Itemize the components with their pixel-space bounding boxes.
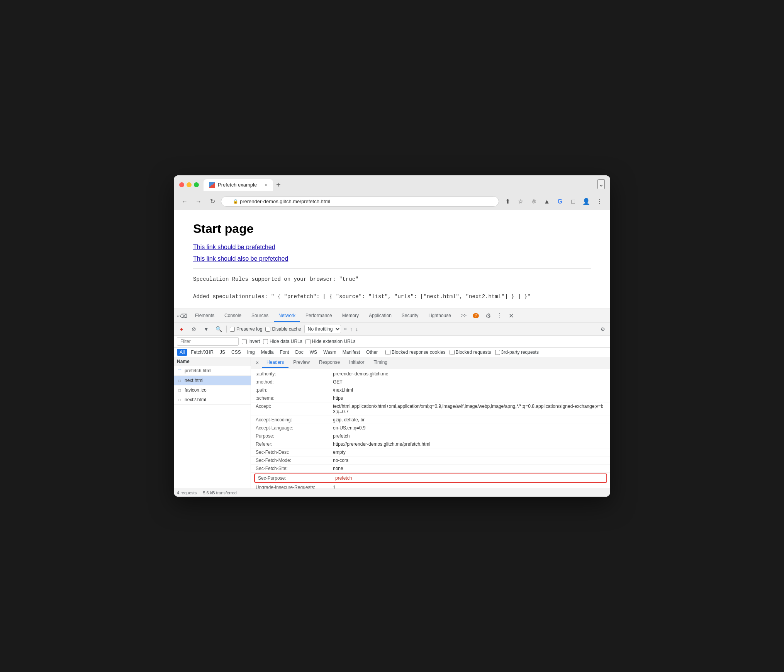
tab-response[interactable]: Response — [314, 357, 344, 368]
type-ws[interactable]: WS — [307, 349, 320, 356]
extensions-icon[interactable]: ⚛ — [528, 196, 539, 207]
prefetch-link-1[interactable]: This link should be prefetched — [193, 244, 591, 251]
header-value-sec-fetch-mode: no-cors — [333, 458, 606, 463]
header-name-sec-purpose: Sec-Purpose: — [258, 475, 335, 481]
header-value-accept-encoding: gzip, deflate, br — [333, 417, 606, 423]
header-path: :path: /next.html — [251, 386, 610, 394]
filter-toggle-button[interactable]: ▼ — [202, 324, 211, 334]
tab-more[interactable]: >> — [456, 310, 471, 322]
clear-button[interactable]: ⊘ — [189, 324, 199, 334]
bookmark-icon[interactable]: ☆ — [515, 196, 526, 207]
type-all[interactable]: All — [177, 349, 187, 356]
type-media[interactable]: Media — [258, 349, 277, 356]
close-button[interactable] — [179, 182, 184, 187]
third-party-label[interactable]: 3rd-party requests — [495, 350, 539, 355]
type-font[interactable]: Font — [277, 349, 292, 356]
tab-headers[interactable]: Headers — [262, 357, 288, 368]
preserve-log-checkbox[interactable] — [230, 327, 235, 332]
reload-button[interactable]: ↻ — [207, 196, 218, 207]
devtools-settings-button[interactable]: ⚙ — [483, 311, 494, 321]
request-item-favicon[interactable]: □ favicon.ico — [174, 385, 251, 395]
throttle-select[interactable]: No throttling — [304, 325, 341, 333]
devtools-inspect-icon[interactable]: ◦ — [177, 313, 179, 319]
type-js[interactable]: JS — [217, 349, 228, 356]
request-list-header: Name — [174, 357, 251, 366]
devtools-device-icon[interactable]: ⌫ — [180, 313, 187, 319]
headers-close-button[interactable]: × — [253, 358, 262, 367]
blocked-cookies-checkbox[interactable] — [385, 350, 390, 355]
tab-application[interactable]: Application — [364, 310, 396, 322]
type-fetch-xhr[interactable]: Fetch/XHR — [188, 349, 216, 356]
devtools-more-button[interactable]: ⋮ — [494, 311, 505, 321]
minimize-button[interactable] — [187, 182, 192, 187]
forward-button[interactable]: → — [193, 196, 204, 207]
tab-sources[interactable]: Sources — [247, 310, 273, 322]
type-wasm[interactable]: Wasm — [321, 349, 339, 356]
maximize-button[interactable] — [194, 182, 199, 187]
header-upgrade: Upgrade-Insecure-Requests: 1 — [251, 484, 610, 489]
more-options-icon[interactable]: ⋮ — [594, 196, 605, 207]
address-input[interactable]: 🔒 prerender-demos.glitch.me/prefetch.htm… — [221, 196, 499, 207]
request-item-next2[interactable]: □ next2.html — [174, 395, 251, 405]
header-referer: Referer: https://prerender-demos.glitch.… — [251, 440, 610, 448]
tab-performance[interactable]: Performance — [301, 310, 337, 322]
type-img[interactable]: Img — [244, 349, 258, 356]
profile-icon[interactable]: ▲ — [541, 196, 552, 207]
hide-data-urls-checkbox[interactable] — [263, 339, 268, 344]
tab-lighthouse[interactable]: Lighthouse — [424, 310, 456, 322]
tab-title: Prefetch example — [218, 182, 257, 188]
blocked-cookies-label[interactable]: Blocked response cookies — [385, 350, 445, 355]
google-icon[interactable]: G — [555, 196, 565, 207]
tab-memory[interactable]: Memory — [338, 310, 363, 322]
new-tab-button[interactable]: + — [273, 180, 284, 189]
header-value-referer: https://prerender-demos.glitch.me/prefet… — [333, 441, 606, 447]
tab-console[interactable]: Console — [220, 310, 246, 322]
disable-cache-checkbox[interactable] — [265, 327, 270, 332]
type-doc[interactable]: Doc — [292, 349, 306, 356]
invert-label[interactable]: Invert — [242, 339, 260, 344]
lock-icon: 🔒 — [233, 199, 238, 204]
page-divider — [193, 268, 591, 269]
share-icon[interactable]: ⬆ — [502, 196, 513, 207]
active-tab[interactable]: Prefetch example × — [204, 179, 273, 191]
disable-cache-label[interactable]: Disable cache — [265, 326, 301, 332]
browser-menu-button[interactable]: ⌄ — [597, 179, 605, 189]
request-item-prefetch[interactable]: ☷ prefetch.html — [174, 366, 251, 376]
hide-data-urls-label[interactable]: Hide data URLs — [263, 339, 302, 344]
title-bar: Prefetch example × + ⌄ — [174, 175, 610, 194]
tab-initiator[interactable]: Initiator — [344, 357, 369, 368]
hide-ext-checkbox[interactable] — [305, 339, 311, 344]
back-button[interactable]: ← — [179, 196, 190, 207]
speculation-rules-info: Speculation Rules supported on your brow… — [193, 275, 591, 301]
request-item-next[interactable]: □ next.html — [174, 376, 251, 385]
tab-timing[interactable]: Timing — [369, 357, 392, 368]
type-css[interactable]: CSS — [229, 349, 244, 356]
header-name-path: :path: — [256, 387, 333, 393]
tab-preview[interactable]: Preview — [288, 357, 314, 368]
tab-network[interactable]: Network — [274, 310, 300, 322]
filter-input[interactable] — [177, 337, 239, 346]
doc-icon: ☷ — [177, 368, 182, 373]
network-toolbar: ● ⊘ ▼ 🔍 Preserve log Disable cache No th… — [174, 323, 610, 336]
preserve-log-label[interactable]: Preserve log — [230, 326, 262, 332]
tab-security[interactable]: Security — [397, 310, 423, 322]
tab-close-button[interactable]: × — [265, 182, 268, 188]
user-icon[interactable]: 👤 — [581, 196, 592, 207]
type-manifest[interactable]: Manifest — [340, 349, 363, 356]
third-party-checkbox[interactable] — [495, 350, 500, 355]
search-button[interactable]: 🔍 — [214, 324, 223, 334]
cast-icon[interactable]: □ — [568, 196, 579, 207]
type-other[interactable]: Other — [363, 349, 380, 356]
network-settings-button[interactable]: ⚙ — [599, 325, 607, 333]
blocked-requests-label[interactable]: Blocked requests — [450, 350, 491, 355]
header-accept: Accept: text/html,application/xhtml+xml,… — [251, 402, 610, 416]
hide-ext-label[interactable]: Hide extension URLs — [305, 339, 356, 344]
header-sec-fetch-mode: Sec-Fetch-Mode: no-cors — [251, 456, 610, 465]
record-button[interactable]: ● — [177, 324, 186, 334]
devtools-close-button[interactable]: ✕ — [506, 311, 517, 321]
blocked-requests-checkbox[interactable] — [450, 350, 455, 355]
prefetch-link-2[interactable]: This link should also be prefetched — [193, 255, 591, 262]
header-name-scheme: :scheme: — [256, 395, 333, 401]
tab-elements[interactable]: Elements — [190, 310, 219, 322]
invert-checkbox[interactable] — [242, 339, 247, 344]
